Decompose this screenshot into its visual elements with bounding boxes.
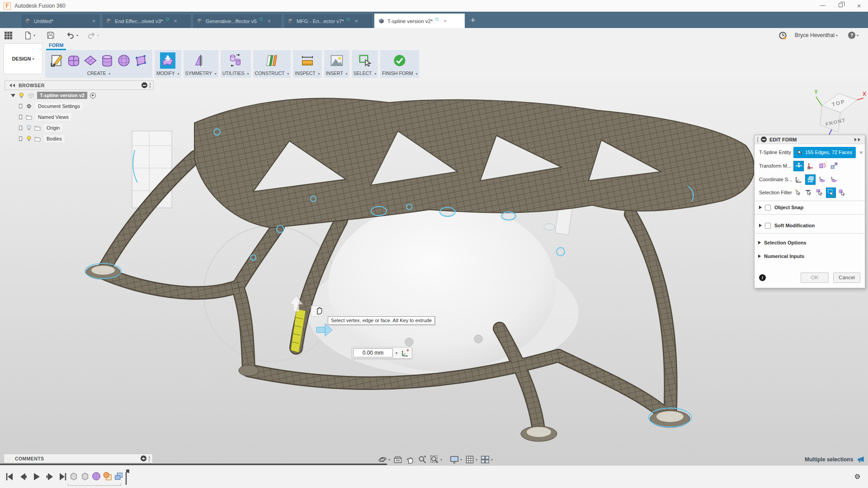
timeline-feature-sketch[interactable] xyxy=(103,471,113,481)
utilities-menu[interactable]: UTILITIES ▾ xyxy=(221,70,251,78)
create-menu[interactable]: CREATE ▾ xyxy=(45,70,152,78)
insert-canvas-button[interactable] xyxy=(329,52,344,69)
expand-arrow-icon[interactable] xyxy=(19,136,22,141)
entity-selection-chip[interactable]: 155 Edges, 72 Faces xyxy=(793,147,856,158)
panel-grip[interactable] xyxy=(150,83,151,88)
app-grid-button[interactable] xyxy=(5,30,12,41)
coordinate-world-button[interactable] xyxy=(793,174,804,185)
expand-arrow-icon[interactable] xyxy=(11,94,15,99)
add-comment-icon[interactable] xyxy=(141,455,146,461)
edit-form-header[interactable]: EDIT FORM xyxy=(755,135,865,144)
new-tab-button[interactable]: + xyxy=(467,15,478,26)
minimize-button[interactable]: — xyxy=(814,0,832,11)
construct-plane-button[interactable] xyxy=(264,52,279,69)
transform-translate-button[interactable] xyxy=(793,161,804,171)
filter-box-select-button[interactable] xyxy=(826,188,836,198)
pan-button[interactable] xyxy=(406,455,415,464)
expand-section-icon[interactable] xyxy=(759,206,762,209)
ribbon-tab-form[interactable]: FORM xyxy=(46,42,66,50)
plane-primitive-button[interactable] xyxy=(83,52,98,69)
timeline-feature-body2[interactable] xyxy=(80,471,90,481)
finish-form-button[interactable] xyxy=(392,52,407,69)
doc-tab-end-effector[interactable]: End Effec...olved v3* × xyxy=(102,14,191,28)
view-cube[interactable]: TOP FRONT Y X Z xyxy=(814,88,867,140)
tab-close-icon[interactable]: × xyxy=(91,18,96,24)
tab-close-icon[interactable]: × xyxy=(267,18,272,24)
dialog-minimize-icon[interactable] xyxy=(761,136,767,142)
soft-modification-checkbox[interactable] xyxy=(765,223,771,229)
browser-header[interactable]: BROWSER xyxy=(5,80,154,90)
face-primitive-button[interactable] xyxy=(133,52,148,69)
timeline-step-forward-button[interactable] xyxy=(46,472,54,481)
expand-arrow-icon[interactable] xyxy=(19,115,22,119)
coordinate-view-button[interactable] xyxy=(805,174,816,185)
create-form-button[interactable] xyxy=(49,52,65,69)
tab-close-icon[interactable]: × xyxy=(354,18,359,24)
display-settings-button[interactable]: ▾ xyxy=(450,455,462,464)
visibility-bulb-icon[interactable] xyxy=(18,92,25,99)
zoom-button[interactable] xyxy=(418,455,427,464)
ok-button[interactable]: OK xyxy=(801,272,829,283)
clear-selection-icon[interactable]: × xyxy=(859,149,863,156)
redo-button[interactable]: ▾ xyxy=(87,30,99,41)
expand-section-icon[interactable] xyxy=(759,224,762,227)
timeline-step-back-button[interactable] xyxy=(19,472,27,481)
convert-button[interactable] xyxy=(228,52,243,69)
viewports-button[interactable]: ▾ xyxy=(481,455,493,464)
mirror-symmetry-button[interactable] xyxy=(193,52,208,69)
filter-edge-button[interactable] xyxy=(804,188,814,198)
dimension-dropdown-caret[interactable]: ▾ xyxy=(393,351,400,355)
select-menu[interactable]: SELECT ▾ xyxy=(352,70,378,78)
box-primitive-button[interactable] xyxy=(66,52,81,69)
grid-settings-button[interactable]: ▾ xyxy=(465,455,477,464)
look-at-button[interactable] xyxy=(393,455,402,464)
workspace-selector[interactable]: DESIGN▾ xyxy=(4,43,42,74)
expand-arrow-icon[interactable] xyxy=(19,104,22,108)
symmetry-menu[interactable]: SYMMETRY ▾ xyxy=(184,70,218,78)
selection-options-row[interactable]: Selection Options xyxy=(755,237,865,248)
doc-tab-untitled[interactable]: Untitled* × xyxy=(21,14,100,28)
edit-form-button[interactable] xyxy=(160,52,175,69)
timeline-feature-form[interactable] xyxy=(91,471,101,481)
notification-megaphone-icon[interactable] xyxy=(857,455,865,464)
transform-scale-button[interactable] xyxy=(829,161,839,171)
timeline-settings-gear-icon[interactable] xyxy=(854,473,861,480)
viewport-3d[interactable]: BROWSER T-spline version v2 Document Set… xyxy=(0,78,868,465)
fit-button[interactable]: ▾ xyxy=(430,455,442,464)
numerical-inputs-row[interactable]: Numerical Inputs xyxy=(755,251,865,262)
timeline-feature-combine[interactable] xyxy=(114,471,124,481)
timeline-play-button[interactable] xyxy=(33,472,41,481)
measure-button[interactable] xyxy=(300,52,315,69)
timeline-skip-end-button[interactable] xyxy=(59,472,67,481)
job-status-button[interactable] xyxy=(778,30,787,41)
browser-row-bodies[interactable]: Bodies xyxy=(5,133,154,144)
dialog-grip[interactable] xyxy=(757,137,758,142)
restore-button[interactable] xyxy=(832,0,850,11)
doc-tab-tspline-active[interactable]: T-spline version v2* × xyxy=(374,14,465,28)
select-tool-button[interactable] xyxy=(357,52,373,69)
help-button[interactable]: ?▾ xyxy=(848,30,859,41)
transform-axis-button[interactable] xyxy=(805,161,816,171)
orbit-button[interactable]: ▾ xyxy=(378,455,390,464)
coordinate-selection-button[interactable] xyxy=(829,174,839,185)
filter-body-button[interactable] xyxy=(837,188,847,198)
extrude-distance-input[interactable]: 0.00 mm xyxy=(353,348,393,357)
finish-form-menu[interactable]: FINISH FORM ▾ xyxy=(380,70,419,78)
info-icon[interactable]: i xyxy=(759,274,766,281)
expand-section-icon[interactable] xyxy=(758,254,761,258)
tab-close-icon[interactable]: × xyxy=(173,18,178,24)
file-menu-button[interactable]: ▾ xyxy=(24,30,35,41)
doc-tab-mfg[interactable]: MFG - En...ector v7* × xyxy=(283,14,373,28)
activate-component-icon[interactable] xyxy=(90,93,96,99)
axis-gizmo-icon[interactable] xyxy=(400,348,411,357)
save-button[interactable] xyxy=(47,30,55,41)
browser-row-origin[interactable]: Origin xyxy=(5,122,154,133)
object-snap-checkbox[interactable] xyxy=(765,205,771,211)
comments-header[interactable]: COMMENTS xyxy=(4,454,153,463)
construct-menu[interactable]: CONSTRUCT ▾ xyxy=(253,70,291,78)
sphere-primitive-button[interactable] xyxy=(116,52,132,69)
cylinder-primitive-button[interactable] xyxy=(99,52,115,69)
expand-arrow-icon[interactable] xyxy=(19,126,22,130)
close-button[interactable]: × xyxy=(850,0,868,11)
panel-minimize-icon[interactable] xyxy=(142,82,147,88)
